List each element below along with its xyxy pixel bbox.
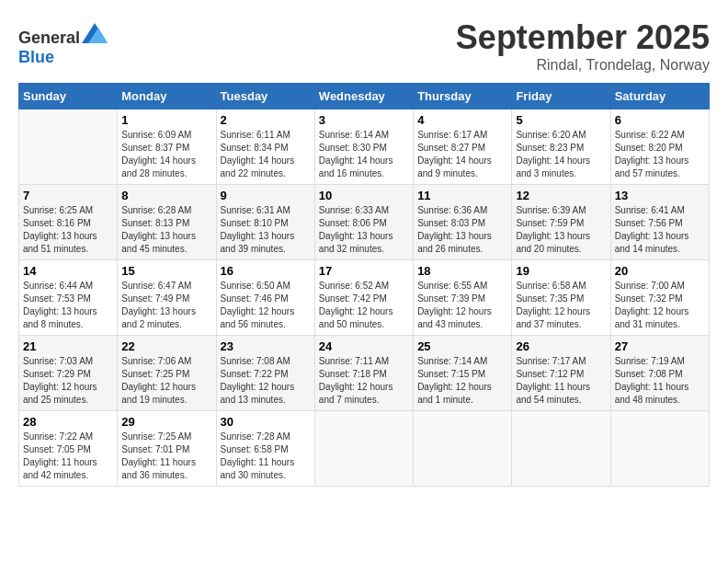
calendar-cell: 18Sunrise: 6:55 AMSunset: 7:39 PMDayligh… — [414, 260, 512, 336]
calendar-cell: 11Sunrise: 6:36 AMSunset: 8:03 PMDayligh… — [414, 185, 512, 260]
day-info: Sunrise: 6:41 AMSunset: 7:56 PMDaylight:… — [615, 204, 705, 256]
logo-blue-text: Blue — [18, 48, 54, 66]
calendar-cell: 22Sunrise: 7:06 AMSunset: 7:25 PMDayligh… — [118, 336, 216, 411]
calendar-body: 1Sunrise: 6:09 AMSunset: 8:37 PMDaylight… — [19, 109, 710, 487]
day-info: Sunrise: 6:28 AMSunset: 8:13 PMDaylight:… — [121, 204, 211, 256]
calendar-cell — [19, 109, 118, 185]
calendar-cell: 17Sunrise: 6:52 AMSunset: 7:42 PMDayligh… — [314, 260, 413, 336]
calendar-cell: 26Sunrise: 7:17 AMSunset: 7:12 PMDayligh… — [512, 336, 610, 411]
day-info: Sunrise: 6:31 AMSunset: 8:10 PMDaylight:… — [221, 204, 311, 256]
day-info: Sunrise: 7:06 AMSunset: 7:25 PMDaylight:… — [121, 355, 211, 407]
day-number: 29 — [121, 415, 211, 429]
calendar-cell: 10Sunrise: 6:33 AMSunset: 8:06 PMDayligh… — [314, 185, 413, 260]
day-info: Sunrise: 6:22 AMSunset: 8:20 PMDaylight:… — [615, 129, 705, 180]
day-info: Sunrise: 7:22 AMSunset: 7:05 PMDaylight:… — [23, 431, 113, 482]
weekday-header-wednesday: Wednesday — [314, 84, 413, 109]
calendar-header: SundayMondayTuesdayWednesdayThursdayFrid… — [19, 84, 710, 109]
day-info: Sunrise: 6:14 AMSunset: 8:30 PMDaylight:… — [319, 129, 409, 180]
day-info: Sunrise: 7:25 AMSunset: 7:01 PMDaylight:… — [121, 431, 211, 482]
calendar-week-row: 7Sunrise: 6:25 AMSunset: 8:16 PMDaylight… — [19, 185, 710, 260]
day-info: Sunrise: 7:08 AMSunset: 7:22 PMDaylight:… — [221, 355, 311, 407]
weekday-header-row: SundayMondayTuesdayWednesdayThursdayFrid… — [19, 84, 710, 109]
calendar-cell: 16Sunrise: 6:50 AMSunset: 7:46 PMDayligh… — [216, 260, 314, 336]
day-number: 23 — [221, 339, 311, 353]
day-number: 5 — [516, 113, 606, 127]
day-number: 25 — [417, 339, 507, 353]
day-number: 28 — [23, 415, 113, 429]
header: General Blue September 2025 Rindal, Tron… — [18, 18, 710, 74]
day-number: 15 — [121, 264, 211, 278]
calendar-table: SundayMondayTuesdayWednesdayThursdayFrid… — [18, 83, 710, 487]
calendar-cell: 1Sunrise: 6:09 AMSunset: 8:37 PMDaylight… — [118, 109, 216, 185]
day-number: 26 — [516, 339, 606, 353]
calendar-cell: 6Sunrise: 6:22 AMSunset: 8:20 PMDaylight… — [610, 109, 709, 185]
day-info: Sunrise: 7:28 AMSunset: 6:58 PMDaylight:… — [221, 431, 311, 482]
day-number: 20 — [615, 264, 705, 278]
title-area: September 2025 Rindal, Trondelag, Norway — [456, 18, 710, 74]
day-number: 22 — [121, 339, 211, 353]
calendar-week-row: 21Sunrise: 7:03 AMSunset: 7:29 PMDayligh… — [19, 336, 710, 411]
calendar-cell — [610, 411, 709, 487]
day-number: 9 — [221, 189, 311, 202]
weekday-header-thursday: Thursday — [414, 84, 512, 109]
day-info: Sunrise: 7:03 AMSunset: 7:29 PMDaylight:… — [23, 355, 113, 407]
logo: General Blue — [18, 23, 108, 67]
day-number: 11 — [417, 189, 507, 202]
calendar-cell: 14Sunrise: 6:44 AMSunset: 7:53 PMDayligh… — [19, 260, 118, 336]
day-number: 21 — [23, 339, 113, 353]
day-number: 27 — [615, 339, 705, 353]
location-title: Rindal, Trondelag, Norway — [456, 57, 710, 74]
calendar-week-row: 28Sunrise: 7:22 AMSunset: 7:05 PMDayligh… — [19, 411, 710, 487]
day-info: Sunrise: 6:09 AMSunset: 8:37 PMDaylight:… — [121, 129, 211, 180]
day-number: 10 — [319, 189, 409, 202]
calendar-cell: 23Sunrise: 7:08 AMSunset: 7:22 PMDayligh… — [216, 336, 314, 411]
calendar-cell: 29Sunrise: 7:25 AMSunset: 7:01 PMDayligh… — [118, 411, 216, 487]
day-info: Sunrise: 6:39 AMSunset: 7:59 PMDaylight:… — [516, 204, 606, 256]
day-number: 16 — [221, 264, 311, 278]
day-number: 14 — [23, 264, 113, 278]
calendar-cell: 15Sunrise: 6:47 AMSunset: 7:49 PMDayligh… — [118, 260, 216, 336]
day-number: 17 — [319, 264, 409, 278]
calendar-cell: 20Sunrise: 7:00 AMSunset: 7:32 PMDayligh… — [610, 260, 709, 336]
day-info: Sunrise: 6:52 AMSunset: 7:42 PMDaylight:… — [319, 280, 409, 331]
day-number: 8 — [121, 189, 211, 202]
calendar-cell: 19Sunrise: 6:58 AMSunset: 7:35 PMDayligh… — [512, 260, 610, 336]
day-info: Sunrise: 6:55 AMSunset: 7:39 PMDaylight:… — [417, 280, 507, 331]
logo-general-text: General — [18, 29, 80, 47]
day-info: Sunrise: 6:36 AMSunset: 8:03 PMDaylight:… — [417, 204, 507, 256]
day-number: 13 — [615, 189, 705, 202]
calendar-cell: 21Sunrise: 7:03 AMSunset: 7:29 PMDayligh… — [19, 336, 118, 411]
calendar-cell: 24Sunrise: 7:11 AMSunset: 7:18 PMDayligh… — [314, 336, 413, 411]
calendar-cell: 5Sunrise: 6:20 AMSunset: 8:23 PMDaylight… — [512, 109, 610, 185]
weekday-header-friday: Friday — [512, 84, 610, 109]
calendar-cell: 27Sunrise: 7:19 AMSunset: 7:08 PMDayligh… — [610, 336, 709, 411]
day-info: Sunrise: 7:14 AMSunset: 7:15 PMDaylight:… — [417, 355, 507, 407]
calendar-cell: 28Sunrise: 7:22 AMSunset: 7:05 PMDayligh… — [19, 411, 118, 487]
day-info: Sunrise: 6:17 AMSunset: 8:27 PMDaylight:… — [417, 129, 507, 180]
day-number: 2 — [221, 113, 311, 127]
weekday-header-saturday: Saturday — [610, 84, 709, 109]
day-info: Sunrise: 7:11 AMSunset: 7:18 PMDaylight:… — [319, 355, 409, 407]
day-number: 1 — [121, 113, 211, 127]
day-info: Sunrise: 6:50 AMSunset: 7:46 PMDaylight:… — [221, 280, 311, 331]
day-number: 19 — [516, 264, 606, 278]
day-info: Sunrise: 6:20 AMSunset: 8:23 PMDaylight:… — [516, 129, 606, 180]
day-number: 4 — [417, 113, 507, 127]
calendar-cell: 7Sunrise: 6:25 AMSunset: 8:16 PMDaylight… — [19, 185, 118, 260]
calendar-cell: 12Sunrise: 6:39 AMSunset: 7:59 PMDayligh… — [512, 185, 610, 260]
day-info: Sunrise: 6:11 AMSunset: 8:34 PMDaylight:… — [221, 129, 311, 180]
day-number: 18 — [417, 264, 507, 278]
calendar-cell — [314, 411, 413, 487]
calendar-cell: 4Sunrise: 6:17 AMSunset: 8:27 PMDaylight… — [414, 109, 512, 185]
month-title: September 2025 — [456, 18, 710, 57]
day-info: Sunrise: 6:44 AMSunset: 7:53 PMDaylight:… — [23, 280, 113, 331]
day-number: 12 — [516, 189, 606, 202]
weekday-header-monday: Monday — [118, 84, 216, 109]
calendar-cell: 30Sunrise: 7:28 AMSunset: 6:58 PMDayligh… — [216, 411, 314, 487]
day-info: Sunrise: 7:00 AMSunset: 7:32 PMDaylight:… — [615, 280, 705, 331]
day-info: Sunrise: 6:47 AMSunset: 7:49 PMDaylight:… — [121, 280, 211, 331]
calendar-cell: 2Sunrise: 6:11 AMSunset: 8:34 PMDaylight… — [216, 109, 314, 185]
calendar-cell: 13Sunrise: 6:41 AMSunset: 7:56 PMDayligh… — [610, 185, 709, 260]
weekday-header-sunday: Sunday — [19, 84, 118, 109]
calendar-cell: 9Sunrise: 6:31 AMSunset: 8:10 PMDaylight… — [216, 185, 314, 260]
